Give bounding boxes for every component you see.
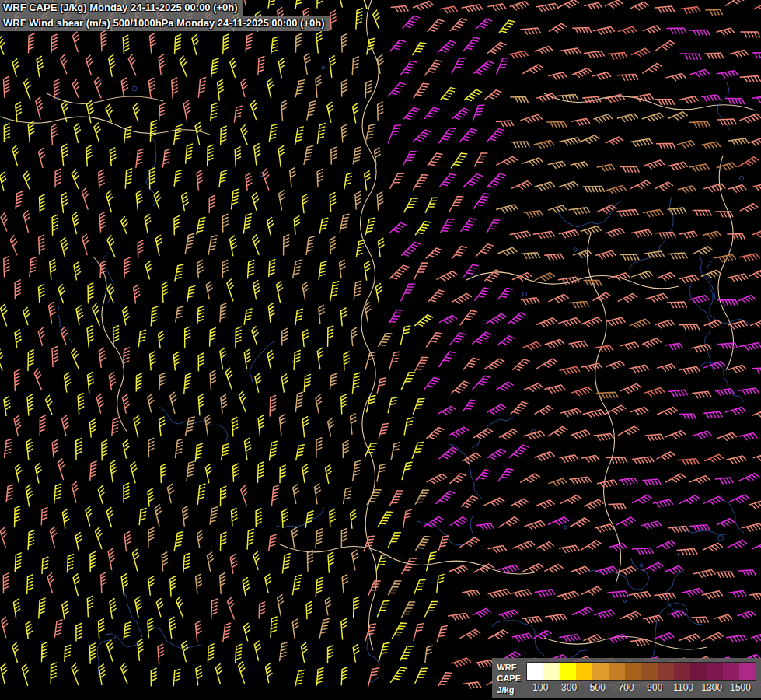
legend-swatch xyxy=(543,663,560,680)
weather-map xyxy=(0,0,761,700)
lake-marker xyxy=(678,554,680,556)
legend-title-line-3: J/kg xyxy=(497,684,521,695)
legend-colorbar: 100300500700900110013001500 xyxy=(526,662,756,693)
wind-barbs-layer xyxy=(0,0,761,690)
legend-swatch xyxy=(658,663,674,680)
legend-swatch xyxy=(674,663,690,680)
legend-tick-label: 100 xyxy=(526,682,555,693)
legend-swatch xyxy=(707,663,723,680)
legend-swatch xyxy=(723,663,739,680)
legend-tick-label: 1300 xyxy=(698,682,727,693)
legend-swatch xyxy=(739,663,756,680)
weather-map-page: { "header": { "line1": "WRF CAPE (J/kg) … xyxy=(0,0,761,700)
legend-tick-labels: 100300500700900110013001500 xyxy=(526,682,756,693)
legend-tick-label: 1500 xyxy=(726,682,755,693)
map-title-line-2: WRF Wind shear (m/s) 500/1000hPa Monday … xyxy=(0,16,330,31)
legend-swatch xyxy=(609,663,625,680)
lake-marker xyxy=(718,536,724,541)
legend-tick-label: 300 xyxy=(555,682,584,693)
country-border xyxy=(360,0,379,650)
legend-swatch xyxy=(560,663,576,680)
wind-barbs-magenta xyxy=(388,16,761,688)
lake-marker xyxy=(322,66,325,69)
legend-swatch xyxy=(527,663,543,680)
legend-swatch xyxy=(625,663,641,680)
lake-marker xyxy=(739,176,744,180)
legend-swatch xyxy=(690,663,707,680)
map-title-line-1: WRF CAPE (J/kg) Monday 24-11-2025 00:00 … xyxy=(0,0,243,16)
legend-swatch xyxy=(592,663,609,680)
legend-title-line-2: CAPE xyxy=(497,673,521,684)
legend-tick-label: 700 xyxy=(612,682,641,693)
lake-marker xyxy=(564,526,567,529)
wind-barbs-yellow xyxy=(0,0,515,687)
cape-colorbar-legend: WRF CAPE J/kg 10030050070090011001300150… xyxy=(492,658,761,698)
legend-swatches xyxy=(526,662,756,681)
lake-marker xyxy=(574,248,578,252)
legend-title-line-1: WRF xyxy=(497,662,521,673)
lake-marker xyxy=(640,564,643,567)
legend-title: WRF CAPE J/kg xyxy=(497,662,521,695)
legend-swatch xyxy=(576,663,592,680)
wind-barbs-tan xyxy=(148,34,749,663)
lake-marker xyxy=(522,292,526,296)
lake-marker xyxy=(623,600,626,602)
legend-tick-label: 1100 xyxy=(669,682,698,693)
legend-tick-label: 500 xyxy=(584,682,613,693)
legend-tick-label: 900 xyxy=(641,682,669,693)
lake-marker xyxy=(132,86,137,91)
legend-swatch xyxy=(641,663,658,680)
map-title-block: WRF CAPE (J/kg) Monday 24-11-2025 00:00 … xyxy=(0,0,330,31)
